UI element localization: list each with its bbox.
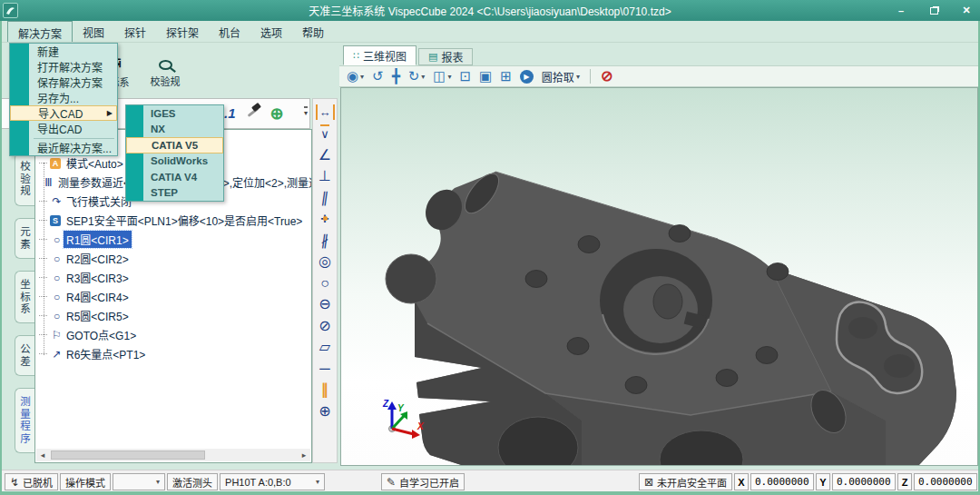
- side-tab[interactable]: 校验规: [15, 153, 34, 206]
- gdt-tool-button[interactable]: ∥: [321, 381, 328, 398]
- menu-item[interactable]: 另存为...: [10, 90, 117, 105]
- gdt-tool-icon: ↔: [316, 104, 335, 120]
- view-tab-label: 报表: [441, 49, 463, 64]
- scroll-left-arrow[interactable]: ◂: [36, 450, 49, 460]
- submenu-item[interactable]: CATIA V4: [126, 169, 223, 185]
- menu-item[interactable]: 最近解决方案...: [10, 140, 117, 155]
- restore-button[interactable]: [927, 5, 940, 16]
- side-tab-strip: 校验规元素坐标系公差测量程序: [5, 153, 34, 453]
- offline-label: 已脱机: [23, 475, 53, 490]
- active-probe-select[interactable]: PH10T A:0,B:0 ▾: [220, 473, 325, 490]
- menu-item[interactable]: 保存解决方案: [10, 74, 117, 90]
- view-tab[interactable]: ∷ 三维视图: [343, 45, 416, 65]
- close-button[interactable]: ✕: [960, 5, 973, 16]
- gdt-tool-button[interactable]: ∠: [318, 146, 331, 163]
- gdt-tool-button[interactable]: ↔: [316, 104, 335, 120]
- viewport-tool-button[interactable]: ◫ ▾: [433, 69, 451, 84]
- viewport-tool-label: 圆拾取: [542, 69, 574, 84]
- tree-item-icon: ○: [50, 291, 64, 303]
- gdt-tool-button[interactable]: +: [320, 211, 328, 227]
- menu-item-label: 最近解决方案...: [37, 140, 112, 155]
- gdt-tool-button[interactable]: ⊕: [318, 402, 330, 419]
- submenu-item[interactable]: IGES: [126, 105, 223, 122]
- tree-row[interactable]: ↗ R6矢量点<PT1>: [39, 344, 311, 363]
- submenu-item[interactable]: STEP: [126, 185, 223, 202]
- side-tab[interactable]: 坐标系: [15, 271, 34, 324]
- operation-mode-select[interactable]: ▾: [113, 473, 165, 490]
- tree-row[interactable]: S SEP1安全平面<PLN1>偏移<10>是否启用<True>: [39, 211, 311, 230]
- viewport-tool-button[interactable]: ↺: [372, 69, 384, 84]
- tree-row[interactable]: ○ R2圆<CIR2>: [39, 249, 311, 268]
- self-learn-button[interactable]: ✎ 自学习已开启: [381, 473, 465, 490]
- gdt-tool-icon: ∥: [321, 381, 328, 397]
- menu-bar-item[interactable]: 视图: [73, 21, 114, 42]
- gdt-tool-button[interactable]: ▱: [319, 339, 330, 355]
- submenu-item[interactable]: NX: [126, 122, 223, 138]
- viewport-tool-button[interactable]: ⊡: [460, 69, 472, 84]
- viewport-tool-button[interactable]: ╋: [392, 69, 400, 84]
- tree-horizontal-scrollbar[interactable]: ◂ ▸: [36, 449, 310, 461]
- viewport-tool-button[interactable]: ▶: [520, 70, 534, 84]
- minimize-button[interactable]: –: [895, 5, 907, 16]
- tree-item-icon: ○: [50, 310, 64, 322]
- toolbar-button[interactable]: 校验规: [140, 46, 191, 95]
- edit-toolbar-button[interactable]: [245, 104, 261, 124]
- submenu-item-label: SolidWorks: [151, 155, 208, 166]
- menu-bar-item[interactable]: 选项: [250, 21, 292, 42]
- side-tab[interactable]: 公差: [15, 335, 34, 376]
- gdt-tool-icon: ▱: [319, 339, 330, 354]
- viewport-tool-button[interactable]: [590, 69, 591, 84]
- tree-item-label: 模式<Auto>: [64, 154, 126, 172]
- edit-toolbar-button[interactable]: ⊕: [270, 105, 284, 123]
- offline-status: ↯ 已脱机: [5, 473, 58, 490]
- safety-plane-icon: ⊠: [644, 476, 653, 489]
- viewport-tool-icon: ↺: [372, 69, 384, 84]
- viewport-3d[interactable]: Z Y X: [340, 87, 978, 466]
- menu-bar-item[interactable]: 探针: [114, 21, 156, 42]
- side-tab[interactable]: 测量程序: [15, 388, 34, 453]
- tree-row[interactable]: ⚐ GOTO点<G1>: [39, 325, 311, 344]
- viewport-tool-button[interactable]: 圆拾取 ▾: [542, 69, 580, 84]
- menu-item[interactable]: 导入CAD ▶: [10, 105, 117, 121]
- gdt-tool-button[interactable]: ∨: [320, 125, 329, 142]
- tree-row[interactable]: ○ R3圆<CIR3>: [39, 268, 311, 287]
- menu-bar-item[interactable]: 解决方案: [7, 21, 73, 42]
- coordinate-readout: Y 0.0000000: [816, 473, 896, 490]
- gdt-tool-button[interactable]: ⊘: [318, 317, 330, 333]
- viewport-tool-button[interactable]: ⊞: [500, 69, 512, 84]
- menu-item[interactable]: 导出CAD: [10, 121, 117, 136]
- submenu-item[interactable]: CATIA V5: [126, 137, 223, 153]
- menu-bar-item[interactable]: 机台: [209, 21, 250, 42]
- view-tab[interactable]: ▤ 报表: [418, 48, 473, 65]
- gdt-tool-icon: ∦: [320, 233, 329, 248]
- gdt-tool-button[interactable]: ○: [320, 274, 329, 291]
- chevron-down-icon: ▾: [421, 73, 425, 81]
- viewport-tool-icon: ◫: [433, 69, 446, 84]
- viewport-tool-button[interactable]: ◉ ▾: [347, 69, 364, 84]
- menu-bar-item[interactable]: 探针架: [156, 21, 209, 42]
- submenu-item-label: NX: [151, 124, 165, 134]
- tree-row[interactable]: ○ R5圆<CIR5>: [39, 306, 311, 325]
- tree-row[interactable]: ○ R1圆<CIR1>: [39, 230, 311, 249]
- side-tab[interactable]: 元素: [15, 218, 34, 259]
- toolbar-overflow-button[interactable]: ▾: [304, 106, 308, 118]
- gdt-tool-button[interactable]: ─: [319, 360, 329, 376]
- gdt-tool-button[interactable]: ⊖: [318, 296, 330, 312]
- menu-item[interactable]: 打开解决方案: [10, 59, 117, 74]
- viewport-tool-button[interactable]: ⊘: [601, 69, 612, 84]
- tree-row[interactable]: ○ R4圆<CIR4>: [39, 287, 311, 306]
- gdt-tool-button[interactable]: ∥: [321, 189, 328, 205]
- menu-item-label: 保存解决方案: [37, 74, 103, 90]
- menu-bar-item[interactable]: 帮助: [292, 21, 334, 42]
- submenu-item[interactable]: SolidWorks: [126, 153, 223, 170]
- gdt-tool-button[interactable]: ∦: [321, 232, 328, 248]
- gdt-tool-button[interactable]: ◎: [318, 253, 331, 270]
- scrollbar-thumb[interactable]: [51, 450, 205, 460]
- gdt-tool-button[interactable]: ⊥: [318, 168, 331, 184]
- scroll-right-arrow[interactable]: ▸: [298, 450, 310, 460]
- tree-item-label: 飞行模式关闭: [64, 193, 134, 210]
- tree-item-label: R2圆<CIR2>: [64, 250, 132, 267]
- viewport-tool-button[interactable]: ↻ ▾: [408, 69, 426, 84]
- viewport-tool-button[interactable]: ▣: [479, 69, 492, 84]
- menu-item[interactable]: 新建: [10, 44, 117, 59]
